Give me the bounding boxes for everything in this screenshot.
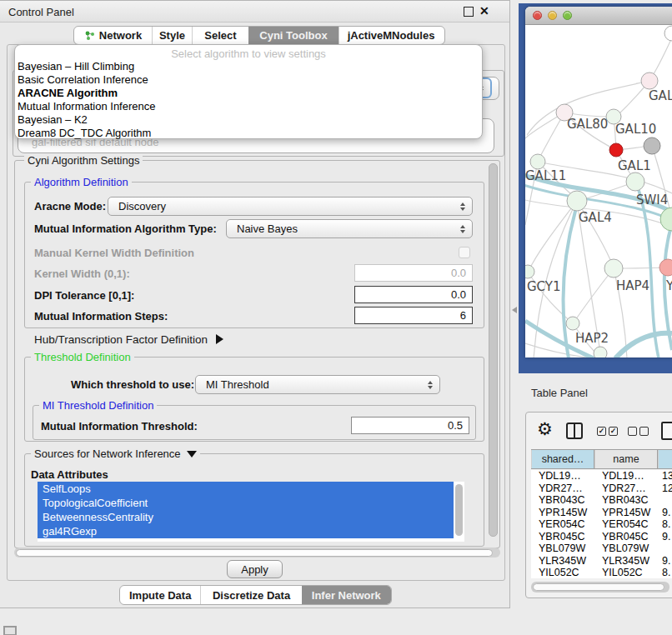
- table-row[interactable]: YBR043CYBR043C: [531, 494, 672, 507]
- table-row[interactable]: YBL079WYBL079W: [531, 542, 672, 555]
- expand-down-icon: [187, 451, 197, 458]
- network-node[interactable]: [567, 191, 587, 211]
- network-node[interactable]: [594, 347, 607, 358]
- tab-infer-network[interactable]: Infer Network: [302, 586, 391, 604]
- column-header[interactable]: [658, 450, 672, 468]
- network-node[interactable]: [626, 172, 644, 191]
- node-label: GCY1: [527, 279, 561, 294]
- table-row[interactable]: YLR345WYLR345W9.: [531, 555, 672, 568]
- sources-expander[interactable]: Sources for Network Inference: [31, 448, 200, 460]
- close-light-icon[interactable]: [533, 11, 542, 20]
- table-panel-window: ⚙ ✓ ✓ shared… name YDL19…YDL19…13YDR27…Y…: [525, 412, 672, 598]
- network-edge: [574, 268, 614, 322]
- tab-label: Impute Data: [129, 589, 191, 602]
- close-icon[interactable]: ✕: [479, 4, 489, 18]
- settings-vertical-scrollbar[interactable]: [489, 163, 498, 537]
- table-cell: YER054C: [594, 518, 658, 531]
- tab-label: Style: [159, 29, 185, 42]
- aracne-mode-combo[interactable]: Discovery: [108, 197, 473, 216]
- table-cell: YPR145W: [594, 507, 658, 519]
- gear-icon[interactable]: ⚙: [537, 418, 553, 440]
- panel-collapse-handle[interactable]: [512, 307, 517, 313]
- algorithm-option[interactable]: Bayesian – Hill Climbing: [15, 60, 482, 73]
- network-node[interactable]: [659, 259, 672, 276]
- page-icon[interactable]: [661, 422, 672, 440]
- network-node[interactable]: [660, 208, 672, 231]
- tab-cyni-toolbox[interactable]: Cyni Toolbox: [248, 27, 339, 44]
- table-row[interactable]: YDR27…YDR27…12: [531, 482, 672, 495]
- control-panel-body: gal-filtered sif default node Select alg…: [7, 44, 505, 581]
- algorithm-option[interactable]: Bayesian – K2: [15, 113, 482, 127]
- dpi-tolerance-field[interactable]: 0.0: [354, 286, 473, 303]
- tab-style[interactable]: Style: [152, 27, 192, 44]
- node-label: Y: [665, 278, 672, 293]
- table-cell: [658, 494, 672, 507]
- table-row[interactable]: YBR045CYBR045C9.: [531, 531, 672, 543]
- network-canvas[interactable]: GAL7GAL80GAL10GAL1GAL11SWI4GAL4GCY1HAP4Y…: [525, 25, 672, 358]
- network-node[interactable]: [530, 154, 545, 169]
- control-panel-window: Control Panel ✕ Network Style Select: [0, 0, 510, 608]
- select-all-icon[interactable]: ✓ ✓: [597, 427, 618, 436]
- control-panel-tabs: Network Style Select Cyni Toolbox jActiv…: [73, 26, 445, 45]
- mi-algorithm-type-combo[interactable]: Naive Bayes: [226, 219, 473, 238]
- table-cell: YDR27…: [531, 482, 594, 495]
- network-node[interactable]: [566, 317, 579, 330]
- minimize-light-icon[interactable]: [548, 11, 557, 20]
- network-node[interactable]: [609, 143, 623, 157]
- node-label: HAP4: [616, 278, 649, 293]
- settings-horizontal-scrollbar[interactable]: [14, 548, 500, 558]
- apply-button[interactable]: Apply: [227, 560, 283, 578]
- list-scrollbar[interactable]: [455, 484, 463, 536]
- bottom-tabs: Impute Data Discretize Data Infer Networ…: [119, 585, 392, 605]
- table-horizontal-scrollbar[interactable]: [531, 582, 669, 592]
- column-header[interactable]: shared…: [531, 450, 594, 468]
- algorithm-option[interactable]: Dream8 DC_TDC Algorithm: [15, 127, 482, 140]
- algorithm-option[interactable]: Basic Correlation Inference: [15, 73, 482, 87]
- scrollbar-thumb[interactable]: [16, 549, 493, 557]
- data-attribute-item[interactable]: BetweennessCentrality: [38, 510, 454, 524]
- algorithm-option[interactable]: ARACNE Algorithm: [15, 87, 482, 100]
- manual-kernel-checkbox[interactable]: [459, 247, 470, 258]
- zoom-light-icon[interactable]: [563, 11, 572, 20]
- mi-threshold-field[interactable]: 0.5: [351, 417, 469, 434]
- data-attributes-label: Data Attributes: [31, 466, 108, 483]
- node-label: GAL10: [615, 122, 656, 137]
- float-window-icon[interactable]: [464, 7, 474, 17]
- tab-impute-data[interactable]: Impute Data: [120, 586, 200, 604]
- network-node[interactable]: [604, 259, 623, 278]
- table-row[interactable]: YPR145WYPR145W9.: [531, 507, 672, 519]
- kernel-width-field[interactable]: 0.0: [354, 264, 473, 282]
- which-threshold-combo[interactable]: MI Threshold: [195, 375, 440, 394]
- split-columns-icon[interactable]: [566, 422, 583, 439]
- tab-network[interactable]: Network: [74, 27, 152, 44]
- network-node[interactable]: [644, 138, 660, 154]
- data-attribute-item[interactable]: TopologicalCoefficient: [38, 496, 454, 510]
- dropdown-hint: Select algorithm to view settings: [15, 48, 482, 60]
- tab-jactivemnodules[interactable]: jActiveMNodules: [339, 27, 443, 44]
- table-row[interactable]: YIL052CYIL052C8.: [531, 567, 672, 578]
- data-attribute-item[interactable]: gal4RGexp: [38, 524, 454, 538]
- checked-box-icon: ✓: [597, 427, 606, 436]
- tab-discretize-data[interactable]: Discretize Data: [200, 586, 301, 604]
- scrollbar-thumb[interactable]: [533, 583, 664, 591]
- algorithm-option[interactable]: Mutual Information Inference: [15, 100, 482, 113]
- table-row[interactable]: YDL19…YDL19…13: [531, 470, 672, 482]
- network-window-titlebar[interactable]: [525, 7, 672, 25]
- data-attribute-item[interactable]: SelfLoops: [38, 482, 454, 496]
- table-row[interactable]: YER054CYER054C8.: [531, 518, 672, 531]
- deselect-all-icon[interactable]: [628, 427, 649, 436]
- field-value: 0.0: [451, 288, 466, 301]
- network-node[interactable]: [641, 72, 658, 89]
- data-attributes-list[interactable]: SelfLoopsTopologicalCoefficientBetweenne…: [38, 482, 464, 542]
- tab-select[interactable]: Select: [192, 27, 248, 44]
- table-cell: YBR043C: [594, 494, 658, 507]
- tab-label: jActiveMNodules: [348, 29, 435, 42]
- network-node[interactable]: [664, 26, 672, 41]
- hub-definition-expander[interactable]: Hub/Transcription Factor Definition: [34, 332, 223, 347]
- which-threshold-label: Which threshold to use:: [71, 376, 194, 393]
- dpi-tolerance-label: DPI Tolerance [0,1]:: [34, 287, 134, 304]
- minimized-panel-icon[interactable]: [3, 626, 17, 635]
- column-header[interactable]: name: [594, 450, 658, 468]
- mi-steps-field[interactable]: 6: [354, 307, 473, 324]
- network-node[interactable]: [525, 265, 534, 278]
